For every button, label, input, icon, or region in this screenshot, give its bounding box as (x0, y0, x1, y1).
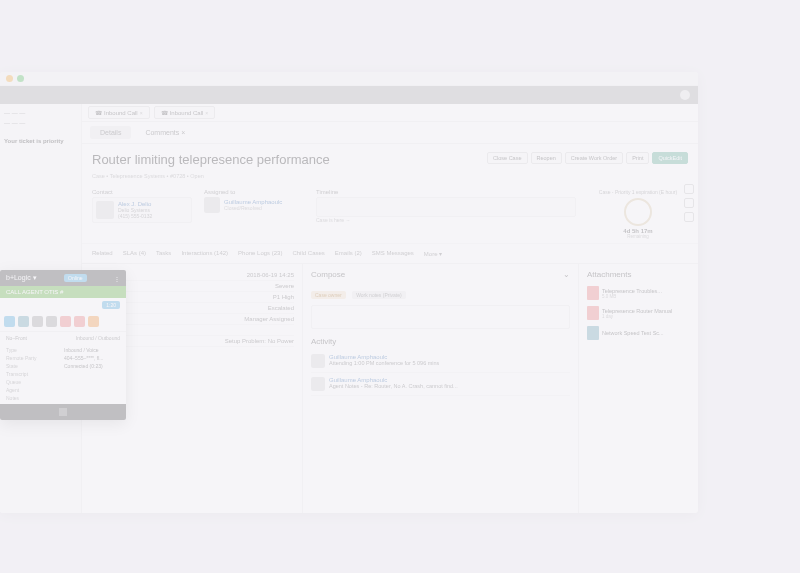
assignee-sub: Closed/Resolved (224, 205, 282, 211)
subtab-details[interactable]: Details (90, 126, 131, 139)
tab-inbound-call[interactable]: ☎ Inbound Call × (154, 106, 216, 119)
compose-chip-owner[interactable]: Case owner (311, 291, 346, 299)
rail-icon[interactable] (684, 212, 694, 222)
timeline-chart (316, 197, 576, 217)
cti-body: TypeInbound / Voice Remote Party404–555–… (0, 344, 126, 404)
rail-icon[interactable] (684, 198, 694, 208)
case-title: Router limiting telepresence performance (92, 152, 330, 167)
cti-header: b+Logic ▾ Online ⋮ (0, 270, 126, 286)
tab-inbound-call[interactable]: ☎ Inbound Call × (88, 106, 150, 119)
ctab-emails[interactable]: Emails (2) (335, 250, 362, 257)
assignee-avatar-icon (204, 197, 220, 213)
close-icon[interactable]: × (205, 110, 208, 116)
cti-brand[interactable]: b+Logic ▾ (6, 274, 37, 282)
ctab-childcases[interactable]: Child Cases (292, 250, 324, 257)
attachment-name: Telepresence Router Manual (602, 308, 672, 314)
attachment-item[interactable]: Network Speed Test Sc... (587, 323, 690, 343)
compose-activity-panel: Compose⌄ Case owner Work notes (Private)… (302, 264, 578, 513)
timeline-label: Timeline (316, 189, 576, 195)
record-tabstrip: ☎ Inbound Call × ☎ Inbound Call × (82, 104, 698, 122)
sla-label: Case - Priority 1 expiration (E hour) (588, 189, 688, 195)
cti-popup: b+Logic ▾ Online ⋮ CALL AGENT OTIS # 1:2… (0, 270, 126, 420)
sla-gauge-icon (624, 198, 652, 226)
print-button[interactable]: Print (626, 152, 649, 164)
reopen-button[interactable]: Reopen (531, 152, 562, 164)
contact-label: Contact (92, 189, 192, 195)
rail-icon[interactable] (684, 184, 694, 194)
ctab-slas[interactable]: SLAs (4) (123, 250, 146, 257)
file-image-icon (587, 326, 599, 340)
cti-hangup-icon[interactable] (74, 316, 85, 327)
cti-hold-icon[interactable] (4, 316, 15, 327)
contact-avatar-icon (96, 201, 114, 219)
file-pdf-icon (587, 306, 599, 320)
cti-keypad-icon[interactable] (32, 316, 43, 327)
subtab-strip: Details Comments × (82, 122, 698, 144)
activity-text: Attending 1:00 PM conference for 5 096 m… (329, 360, 439, 366)
close-case-button[interactable]: Close Case (487, 152, 527, 164)
cti-timer-badge: 1:20 (102, 301, 120, 309)
ctab-related[interactable]: Related (92, 250, 113, 257)
subtab-comments[interactable]: Comments × (135, 126, 195, 139)
attachments-title: Attachments (587, 270, 690, 279)
cti-tab-b[interactable]: Inbound / Outbound (76, 335, 120, 341)
assigned-label: Assigned to (204, 189, 304, 195)
attachment-name: Network Speed Test Sc... (602, 330, 664, 336)
collapse-icon[interactable]: ⌄ (563, 270, 570, 279)
cti-more-icon[interactable] (88, 316, 99, 327)
cti-tab-a[interactable]: No–Front (6, 335, 27, 341)
sla-sub: Remaining (588, 234, 688, 239)
right-rail (684, 184, 698, 222)
ctab-more[interactable]: More ▾ (424, 250, 442, 257)
contact-card[interactable]: Alex J. Delio Delio Systems (415) 555-01… (92, 197, 192, 223)
activity-title: Activity (311, 337, 570, 346)
activity-avatar-icon (311, 354, 325, 368)
traffic-light-icon[interactable] (6, 75, 13, 82)
attachment-item[interactable]: Telepresence Router Manual1 day (587, 303, 690, 323)
file-pdf-icon (587, 286, 599, 300)
sidebar-heading: Your ticket is priority (4, 138, 77, 144)
attachment-meta: 5.0 MB (602, 294, 662, 299)
cti-status-badge[interactable]: Online (64, 274, 86, 282)
sidebar-item[interactable]: — — — (4, 108, 77, 118)
breadcrumb: Case • Telepresence Systems • #0728 • Op… (82, 173, 698, 185)
cti-dock-icon[interactable] (59, 408, 67, 416)
timeline-footer: Case is here → (316, 217, 576, 223)
compose-chip-worknotes[interactable]: Work notes (Private) (352, 291, 405, 299)
case-action-bar: Close Case Reopen Create Work Order Prin… (487, 152, 688, 164)
cti-badge-row: 1:20 (0, 298, 126, 312)
cti-call-banner: CALL AGENT OTIS # (0, 286, 126, 298)
cti-menu-icon[interactable]: ⋮ (114, 275, 120, 282)
contact-phone: (415) 555-0132 (118, 213, 152, 219)
cti-record-icon[interactable] (60, 316, 71, 327)
ctab-tasks[interactable]: Tasks (156, 250, 171, 257)
compose-title: Compose⌄ (311, 270, 570, 279)
activity-entry: Guillaume Amphaoulc Attending 1:00 PM co… (311, 350, 570, 373)
user-avatar-icon[interactable] (680, 90, 690, 100)
ctab-sms[interactable]: SMS Messages (372, 250, 414, 257)
close-icon[interactable]: × (140, 110, 143, 116)
window-chrome (0, 72, 698, 86)
compose-input[interactable] (311, 305, 570, 329)
attachment-item[interactable]: Telepresence Troubles...5.0 MB (587, 283, 690, 303)
activity-avatar-icon (311, 377, 325, 391)
cti-footer (0, 404, 126, 420)
quickedit-button[interactable]: QuickEdit (652, 152, 688, 164)
assignee[interactable]: Guillaume Amphaoulc Closed/Resolved (204, 197, 304, 213)
close-icon: × (181, 129, 185, 136)
activity-entry: Guillaume Amphaoulc Agent Notes - Re: Ro… (311, 373, 570, 396)
cti-transfer-icon[interactable] (46, 316, 57, 327)
activity-text: Agent Notes - Re: Router, No A. Crash, c… (329, 383, 458, 389)
attachments-panel: Attachments Telepresence Troubles...5.0 … (578, 264, 698, 513)
sidebar-item[interactable]: — — — (4, 118, 77, 128)
ctab-interactions[interactable]: Interactions (142) (181, 250, 228, 257)
content-tabstrip: Related SLAs (4) Tasks Interactions (142… (82, 244, 698, 264)
traffic-light-icon[interactable] (17, 75, 24, 82)
ctab-phonelogs[interactable]: Phone Logs (23) (238, 250, 282, 257)
attachment-meta: 1 day (602, 314, 672, 319)
attachment-name: Telepresence Troubles... (602, 288, 662, 294)
create-workorder-button[interactable]: Create Work Order (565, 152, 623, 164)
main-panel: ☎ Inbound Call × ☎ Inbound Call × Detail… (82, 104, 698, 513)
cti-mute-icon[interactable] (18, 316, 29, 327)
titlebar (0, 86, 698, 104)
